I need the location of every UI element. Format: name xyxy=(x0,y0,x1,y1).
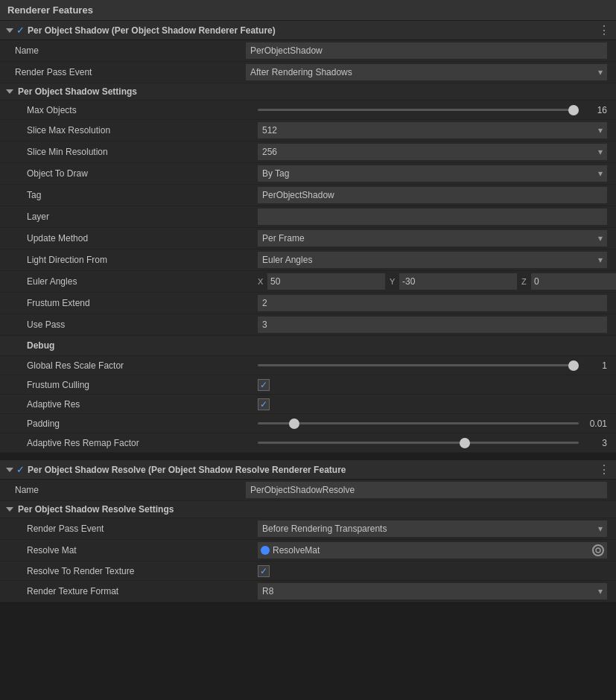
subsection1-collapse-icon[interactable] xyxy=(6,89,13,94)
layer-input[interactable] xyxy=(258,209,607,225)
slice-max-res-label: Slice Max Resolution xyxy=(27,125,258,136)
adaptive-remap-value: 3 xyxy=(585,438,607,448)
global-res-scale-row: Global Res Scale Factor 1 xyxy=(0,356,616,375)
object-to-draw-wrapper: All By Tag By Layer ▾ xyxy=(258,165,607,182)
layer-value-container xyxy=(258,209,607,225)
update-method-row: Update Method Per Frame Every Other Fram… xyxy=(0,228,616,249)
section2-menu-icon[interactable]: ⋮ xyxy=(598,462,610,477)
update-method-select[interactable]: Per Frame Every Other Frame Manual xyxy=(258,230,607,246)
resolve-mat-pick-icon[interactable] xyxy=(592,544,604,556)
s2-name-value-container xyxy=(246,482,607,498)
resolve-mat-dot-icon xyxy=(261,546,270,555)
render-pass-event-wrapper: After Rendering Shadows Before Rendering… xyxy=(246,64,607,80)
render-texture-format-select[interactable]: R8 R16 R32 RGBA8 xyxy=(258,583,607,599)
adaptive-res-container xyxy=(258,398,607,410)
resolve-to-render-texture-container xyxy=(258,565,607,577)
layer-label: Layer xyxy=(27,211,258,222)
padding-label: Padding xyxy=(27,419,258,429)
debug-header: Debug xyxy=(0,336,616,356)
max-objects-slider[interactable] xyxy=(258,109,579,111)
euler-z-input[interactable] xyxy=(531,273,616,290)
use-pass-input[interactable] xyxy=(258,316,607,333)
section2-collapse-icon[interactable] xyxy=(6,468,13,472)
light-direction-row: Light Direction From Main Light Euler An… xyxy=(0,249,616,271)
padding-slider-container: 0.01 xyxy=(258,419,607,429)
resolve-to-render-texture-row: Resolve To Render Texture xyxy=(0,561,616,581)
slice-min-res-select[interactable]: 128 256 512 1024 xyxy=(258,144,607,160)
frustum-culling-label: Frustum Culling xyxy=(27,380,258,390)
euler-z-label: Z xyxy=(521,277,529,286)
section1-title: Per Object Shadow (Per Object Shadow Ren… xyxy=(28,25,276,36)
use-pass-row: Use Pass xyxy=(0,314,616,336)
adaptive-res-checkbox[interactable] xyxy=(258,398,270,410)
section1-header[interactable]: ✓ Per Object Shadow (Per Object Shadow R… xyxy=(0,21,616,40)
section1-check-icon: ✓ xyxy=(16,25,25,36)
object-to-draw-label: Object To Draw xyxy=(27,168,258,179)
subsection2-title: Per Object Shadow Resolve Settings xyxy=(18,504,174,515)
global-res-scale-slider[interactable] xyxy=(258,364,579,366)
euler-x-field: X xyxy=(258,273,385,290)
section-divider xyxy=(0,453,616,460)
adaptive-remap-row: Adaptive Res Remap Factor 3 xyxy=(0,433,616,453)
adaptive-remap-slider[interactable] xyxy=(258,442,579,444)
use-pass-value-container xyxy=(258,316,607,333)
subsection2-header[interactable]: Per Object Shadow Resolve Settings xyxy=(0,501,616,518)
slice-max-res-row: Slice Max Resolution 256 512 1024 2048 ▾ xyxy=(0,120,616,141)
frustum-extend-row: Frustum Extend xyxy=(0,293,616,314)
update-method-wrapper: Per Frame Every Other Frame Manual ▾ xyxy=(258,230,607,246)
subsection1-header[interactable]: Per Object Shadow Settings xyxy=(0,83,616,101)
frustum-extend-label: Frustum Extend xyxy=(27,298,258,308)
resolve-mat-label: Resolve Mat xyxy=(27,545,258,556)
padding-value: 0.01 xyxy=(585,419,607,429)
euler-y-input[interactable] xyxy=(399,273,517,290)
svg-point-0 xyxy=(596,548,600,553)
euler-angles-label: Euler Angles xyxy=(27,276,258,287)
resolve-mat-row: Resolve Mat ResolveMat xyxy=(0,540,616,561)
euler-angles-row: Euler Angles X Y Z xyxy=(0,271,616,293)
light-direction-label: Light Direction From xyxy=(27,255,258,265)
tag-value-container xyxy=(258,187,607,203)
frustum-culling-row: Frustum Culling xyxy=(0,375,616,395)
object-to-draw-row: Object To Draw All By Tag By Layer ▾ xyxy=(0,163,616,185)
max-objects-row: Max Objects 16 xyxy=(0,101,616,120)
light-direction-select[interactable]: Main Light Euler Angles Transform xyxy=(258,252,607,268)
render-texture-format-label: Render Texture Format xyxy=(27,586,258,596)
light-direction-wrapper: Main Light Euler Angles Transform ▾ xyxy=(258,252,607,268)
s2-name-input[interactable] xyxy=(246,482,607,498)
frustum-extend-value-container xyxy=(258,295,607,311)
padding-slider[interactable] xyxy=(258,422,579,424)
euler-x-input[interactable] xyxy=(267,273,385,290)
euler-y-label: Y xyxy=(390,277,397,286)
s2-render-pass-select[interactable]: After Rendering Shadows Before Rendering… xyxy=(258,521,607,537)
slice-max-res-select[interactable]: 256 512 1024 2048 xyxy=(258,122,607,139)
section1-collapse-icon[interactable] xyxy=(6,28,13,33)
frustum-extend-input[interactable] xyxy=(258,295,607,311)
object-to-draw-select[interactable]: All By Tag By Layer xyxy=(258,165,607,182)
section2-title: Per Object Shadow Resolve (Per Object Sh… xyxy=(28,465,346,475)
resolve-to-render-texture-label: Resolve To Render Texture xyxy=(27,566,258,576)
name-label: Name xyxy=(15,45,246,56)
tag-input[interactable] xyxy=(258,187,607,203)
adaptive-res-label: Adaptive Res xyxy=(27,399,258,410)
name-row: Name xyxy=(0,40,616,62)
s2-name-label: Name xyxy=(15,485,246,495)
render-texture-format-row: Render Texture Format R8 R16 R32 RGBA8 ▾ xyxy=(0,581,616,602)
frustum-culling-checkbox[interactable] xyxy=(258,379,270,391)
section1-menu-icon[interactable]: ⋮ xyxy=(598,23,610,37)
name-input[interactable] xyxy=(246,42,607,59)
slice-min-res-wrapper: 128 256 512 1024 ▾ xyxy=(258,144,607,160)
resolve-to-render-texture-checkbox[interactable] xyxy=(258,565,270,577)
render-pass-event-select[interactable]: After Rendering Shadows Before Rendering… xyxy=(246,64,607,80)
render-pass-event-label: Render Pass Event xyxy=(15,67,246,77)
subsection2-collapse-icon[interactable] xyxy=(6,507,13,512)
section2-check-icon: ✓ xyxy=(16,464,25,475)
global-res-scale-label: Global Res Scale Factor xyxy=(27,360,258,371)
section2-header[interactable]: ✓ Per Object Shadow Resolve (Per Object … xyxy=(0,460,616,480)
tag-row: Tag xyxy=(0,185,616,206)
slice-min-res-row: Slice Min Resolution 128 256 512 1024 ▾ xyxy=(0,141,616,163)
resolve-mat-text: ResolveMat xyxy=(273,545,592,556)
slice-min-res-label: Slice Min Resolution xyxy=(27,147,258,157)
adaptive-res-row: Adaptive Res xyxy=(0,395,616,414)
max-objects-value: 16 xyxy=(585,105,607,115)
max-objects-slider-container: 16 xyxy=(258,105,607,115)
